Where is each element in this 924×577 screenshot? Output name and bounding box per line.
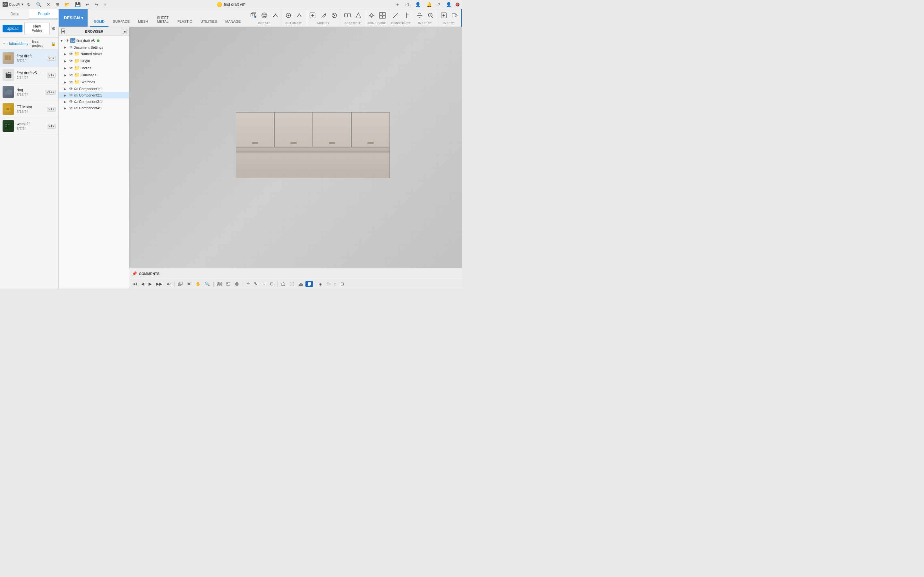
help-button[interactable]: ? [436, 1, 442, 8]
apps-button[interactable]: ⊞ [54, 1, 61, 8]
tree-vis-component4[interactable]: 👁 [69, 106, 73, 110]
tree-item-named-views[interactable]: ▶ 👁 📁 Named Views [59, 50, 129, 57]
tree-expand-component4[interactable]: ▶ [64, 106, 68, 110]
rewind-button[interactable]: ⏮ [131, 281, 139, 287]
view-cube-button[interactable] [176, 281, 184, 287]
tree-item-component3[interactable]: ▶ 👁 🗂 Component3:1 [59, 98, 129, 105]
upload-button[interactable]: Upload [3, 25, 23, 32]
undo-button[interactable]: ↩ [84, 1, 91, 8]
close-button[interactable] [456, 3, 459, 6]
canvas-viewport[interactable]: LEFT Z [129, 27, 462, 268]
update-button[interactable]: ↑1 [403, 1, 411, 8]
modify-btn3[interactable] [329, 11, 339, 21]
display-settings-button[interactable] [216, 281, 223, 287]
file-version-video[interactable]: V1 ▾ [47, 73, 56, 77]
new-folder-button[interactable]: New Folder [24, 22, 50, 35]
tree-vis-doc-settings[interactable]: ⚙ [69, 45, 73, 49]
browser-close-button[interactable]: ■ [123, 29, 126, 34]
tree-vis-bodies[interactable]: 👁 [69, 66, 73, 70]
configure-btn1[interactable] [367, 11, 376, 21]
browser-collapse-button[interactable]: ◀ [61, 29, 65, 34]
tree-vis-component3[interactable]: 👁 [69, 99, 73, 104]
extra2-button[interactable]: ⊕ [325, 281, 331, 287]
tree-expand-root[interactable]: ▼ [60, 39, 65, 43]
file-item-first-draft[interactable]: first draft 5/7/24 V8 ▾ [0, 50, 58, 67]
tree-expand-doc-settings[interactable]: ▶ [64, 45, 68, 49]
tree-expand-canvases[interactable]: ▶ [64, 73, 68, 77]
tree-expand-component1[interactable]: ▶ [64, 87, 68, 91]
tree-vis-named-views[interactable]: 👁 [69, 52, 73, 56]
tree-item-component2[interactable]: ▶ 👁 🗂 Component2:1 [59, 92, 129, 98]
stop-button[interactable]: ✕ [45, 1, 52, 8]
align-button[interactable]: ⊞ [268, 281, 275, 287]
inspect-btn1[interactable] [415, 11, 425, 21]
tab-data[interactable]: Data [0, 9, 29, 19]
tree-vis-sketches[interactable]: 👁 [69, 80, 73, 84]
extra4-button[interactable]: ⊞ [339, 281, 346, 287]
construct-btn2[interactable]: + [401, 11, 412, 21]
assemble-btn1[interactable] [342, 11, 352, 21]
sketch-mode-button[interactable] [279, 281, 287, 287]
refresh-button[interactable]: ↻ [25, 1, 32, 8]
configure-btn2[interactable] [377, 11, 388, 21]
home-button[interactable]: ⌂ [102, 1, 108, 8]
tab-mesh[interactable]: MESH [134, 9, 152, 27]
tree-item-bodies[interactable]: ▶ 👁 📁 Bodies [59, 64, 129, 71]
open-button[interactable]: 📂 [63, 1, 71, 8]
create-box-button[interactable]: + [248, 11, 258, 21]
automate-btn1[interactable] [283, 11, 294, 21]
account-button[interactable]: 👤 [444, 1, 453, 8]
environment-button[interactable] [233, 281, 241, 287]
tab-people[interactable]: People [29, 9, 58, 19]
construct-btn1[interactable] [391, 11, 401, 21]
tree-item-component4[interactable]: ▶ 👁 🗂 Component4:1 [59, 105, 129, 111]
create-extrude-button[interactable] [270, 11, 280, 21]
automate-btn2[interactable] [294, 11, 304, 21]
orbit-button[interactable] [185, 281, 193, 287]
zoom-button[interactable]: 🔍 [203, 281, 212, 287]
tab-surface[interactable]: SURFACE [109, 9, 134, 27]
select-button[interactable]: SELECT ▾ [461, 9, 462, 27]
tree-vis-component2[interactable]: 👁 [69, 93, 73, 97]
tree-item-doc-settings[interactable]: ▶ ⚙ Document Settings [59, 44, 129, 50]
search-button[interactable]: 🔍 [34, 1, 43, 8]
tab-solid[interactable]: SOLID [90, 9, 108, 27]
extra3-button[interactable]: ↕ [333, 281, 338, 287]
step-forward-button[interactable]: ▶▶ [154, 281, 164, 287]
tab-utilities[interactable]: UTILITIES [197, 9, 221, 27]
tab-sheet-metal[interactable]: SHEET METAL [153, 9, 173, 27]
panel-settings-button[interactable]: ⚙ [52, 26, 56, 31]
tree-expand-named-views[interactable]: ▶ [64, 52, 68, 56]
breadcrumb-parent[interactable]: fabacademy [9, 42, 28, 45]
user-button[interactable]: 👤 [414, 1, 422, 8]
scale-button[interactable]: ↔ [260, 281, 268, 287]
rotation-button[interactable]: ↻ [252, 281, 259, 287]
tree-item-root[interactable]: ▼ 👁 FD first draft v8 [59, 37, 129, 44]
file-item-week11[interactable]: week 11 5/7/24 V1 ▾ [0, 118, 58, 135]
extra1-button[interactable]: ◈ [317, 281, 324, 287]
tree-expand-component3[interactable]: ▶ [64, 100, 68, 103]
tree-vis-canvases[interactable]: 👁 [69, 73, 73, 77]
bell-button[interactable]: 🔔 [425, 1, 433, 8]
file-item-motor[interactable]: TT Motor 5/16/24 V1 ▾ [0, 101, 58, 118]
tree-vis-origin[interactable]: 👁 [69, 59, 73, 63]
modify-btn2[interactable] [318, 11, 328, 21]
tree-item-sketches[interactable]: ▶ 👁 📁 Sketches [59, 79, 129, 85]
assemble-btn2[interactable] [353, 11, 363, 21]
tree-expand-sketches[interactable]: ▶ [64, 81, 68, 84]
save-button[interactable]: 💾 [73, 1, 82, 8]
tree-vis-root[interactable]: 👁 [65, 39, 69, 43]
redo-button[interactable]: ↪ [93, 1, 100, 8]
breadcrumb-home-icon[interactable]: ⌂ [3, 41, 5, 46]
insert-btn2[interactable]: + [449, 11, 460, 21]
insert-btn1[interactable] [439, 11, 449, 21]
fast-forward-button[interactable]: ⏭ [165, 281, 172, 287]
tree-item-canvases[interactable]: ▶ 👁 📁 Canvases [59, 71, 129, 79]
tab-plastic[interactable]: PLASTIC [174, 9, 196, 27]
tree-expand-component2[interactable]: ▶ [64, 93, 68, 97]
tab-manage[interactable]: MANAGE [221, 9, 244, 27]
tree-expand-origin[interactable]: ▶ [64, 59, 68, 63]
tree-item-component1[interactable]: ▶ 👁 🗂 Component1:1 [59, 85, 129, 92]
solid-mode-button[interactable] [305, 281, 313, 287]
file-item-video[interactable]: 🎬 first draft v5 VIDEO.mp4 2/14/24 V1 ▾ [0, 67, 58, 84]
